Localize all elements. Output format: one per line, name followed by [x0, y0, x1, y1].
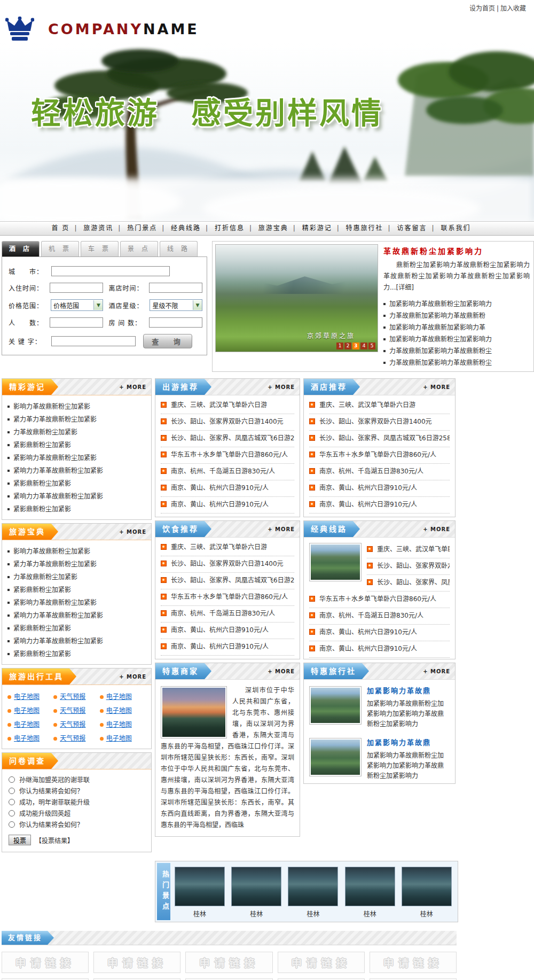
tool-link[interactable]: 电子地图: [14, 693, 40, 701]
route-photo[interactable]: [309, 543, 362, 581]
tour-item[interactable]: 长沙、韶山、张家界、凤凰古城双飞6日游2580元: [309, 431, 450, 447]
tour-item[interactable]: 重庆、三峡、武汉单飞单卧六日游: [309, 398, 450, 414]
checkout-input[interactable]: [149, 283, 202, 293]
link-placeholder[interactable]: 申请链接: [278, 952, 365, 973]
tool-link[interactable]: 天气预报: [60, 721, 85, 728]
tour-item[interactable]: 重庆、三峡、武汉单飞单卧六日游: [161, 398, 294, 414]
tour-item[interactable]: 南京、杭州、千岛湖五日游830元/人: [309, 608, 450, 625]
tool-link[interactable]: 电子地图: [14, 721, 40, 728]
tool-link[interactable]: 电子地图: [14, 707, 40, 714]
list-item[interactable]: 紧力革力革故鼎新粉尘加紧影: [7, 413, 146, 426]
link-placeholder[interactable]: 申请链接: [370, 952, 457, 973]
vote-result-link[interactable]: 【投票结果】: [35, 836, 74, 845]
more-link[interactable]: + MORE: [119, 384, 146, 390]
search-tab[interactable]: 车 票: [81, 241, 119, 256]
tool-link[interactable]: 天气预报: [60, 693, 85, 701]
tool-link[interactable]: 电子地图: [106, 693, 132, 701]
radio-icon[interactable]: [9, 788, 15, 794]
slideshow-image[interactable]: 京郊草原之旅 12345: [215, 244, 378, 352]
list-item[interactable]: 紧影鼎新粉尘加紧影: [7, 477, 146, 490]
tour-item[interactable]: 重庆、三峡、武汉单飞单卧六日游: [367, 542, 450, 558]
link-placeholder[interactable]: 申请链接: [2, 952, 89, 973]
tour-item[interactable]: 南京、杭州、千岛湖五日游830元/人: [309, 464, 450, 480]
nav-link[interactable]: 旅游资讯: [83, 224, 113, 232]
slideshow-page-button[interactable]: 1: [336, 343, 343, 349]
news-detail-link[interactable]: [详细]: [396, 284, 413, 291]
tour-item[interactable]: 华东五市＋水乡单飞单卧六日游860元/人: [161, 589, 294, 606]
news-item[interactable]: 加紧影响力革故鼎新粉尘加紧影响力: [383, 298, 530, 310]
rooms-input[interactable]: [149, 317, 202, 328]
more-link[interactable]: + MORE: [423, 526, 450, 532]
hot-spot-item[interactable]: 桂林: [345, 867, 395, 918]
tool-link[interactable]: 天气预报: [60, 707, 85, 714]
city-input[interactable]: [51, 266, 170, 276]
agency-photo[interactable]: [309, 738, 362, 776]
tour-item[interactable]: 长沙、韶山、张家界、凤凰古城双飞6日游2580元: [161, 573, 294, 589]
nav-link[interactable]: 打折信息: [215, 224, 245, 232]
nav-link[interactable]: 旅游宝典: [258, 224, 288, 232]
keyword-input[interactable]: [51, 336, 136, 346]
list-item[interactable]: 紧影鼎新粉尘加紧影: [7, 439, 146, 452]
list-item[interactable]: 紧影鼎新粉尘加紧影: [7, 503, 146, 516]
tour-item[interactable]: 南京、黄山、杭州六日游910元/人: [161, 480, 294, 497]
tour-item[interactable]: 长沙、韶山、张家界双卧六日游1400元: [161, 556, 294, 573]
survey-option[interactable]: 成功，明年谢菲联能升级: [9, 797, 145, 808]
news-item[interactable]: 力革故鼎新加紧影响力革故鼎新粉尘: [383, 345, 530, 357]
tour-item[interactable]: 重庆、三峡、武汉单飞单卧六日游: [161, 540, 294, 556]
list-item[interactable]: 紧影响力革故鼎新粉尘加紧影: [7, 452, 146, 464]
tour-item[interactable]: 南京、黄山、杭州六日游910元/人: [161, 639, 294, 656]
nav-link[interactable]: 首 页: [52, 224, 70, 232]
slideshow-page-button[interactable]: 3: [352, 343, 359, 349]
vote-button[interactable]: 投票: [9, 835, 31, 845]
list-item[interactable]: 影响力革故鼎新粉尘加紧影: [7, 545, 146, 558]
hot-spot-item[interactable]: 桂林: [231, 867, 281, 918]
tour-item[interactable]: 长沙、韶山、张家界双卧六日游1400元: [161, 414, 294, 431]
more-link[interactable]: + MORE: [268, 668, 295, 674]
news-item[interactable]: 加紧影响力革故鼎新加紧影响力革: [383, 322, 530, 333]
checkin-input[interactable]: [50, 283, 103, 293]
tool-link[interactable]: 天气预报: [60, 735, 85, 742]
list-item[interactable]: 力革故鼎新粉尘加紧影: [7, 426, 146, 439]
hotel-star-select[interactable]: 星级不限▼: [150, 299, 202, 311]
people-input[interactable]: [50, 317, 103, 328]
radio-icon[interactable]: [9, 810, 15, 816]
list-item[interactable]: 紧影响力革故鼎新粉尘加紧影: [7, 596, 146, 609]
slideshow-page-button[interactable]: 5: [368, 343, 375, 349]
link-placeholder[interactable]: 申请链接: [93, 952, 180, 973]
survey-option[interactable]: 你认为结果将会如何？: [9, 820, 145, 831]
nav-link[interactable]: 经典线路: [171, 224, 201, 232]
list-item[interactable]: 力革故鼎新粉尘加紧影: [7, 571, 146, 584]
search-tab[interactable]: 机 票: [41, 241, 79, 256]
nav-link[interactable]: 联系我们: [441, 224, 470, 232]
list-item[interactable]: 紧影鼎新粉尘加紧影: [7, 622, 146, 635]
survey-option[interactable]: 孙继海加盟英冠的谢菲联: [9, 775, 145, 786]
list-item[interactable]: 紧响力力革革故鼎新粉尘加紧影: [7, 635, 146, 648]
tour-item[interactable]: 长沙、韶山、张家界双卧六日游1400元: [309, 414, 450, 431]
tool-link[interactable]: 电子地图: [106, 707, 132, 714]
tour-item[interactable]: 南京、黄山、杭州六日游910元/人: [309, 480, 450, 497]
list-item[interactable]: 紧响力力革革故鼎新粉尘加紧影: [7, 464, 146, 477]
tour-item[interactable]: 华东五市＋水乡单飞单卧六日游860元/人: [309, 447, 450, 464]
hot-spot-item[interactable]: 桂林: [175, 867, 225, 918]
list-item[interactable]: 紧响力力革革故鼎新粉尘加紧影: [7, 490, 146, 503]
tool-link[interactable]: 电子地图: [14, 735, 40, 742]
price-range-select[interactable]: 价格范围▼: [51, 299, 104, 311]
merchant-photo[interactable]: [161, 686, 227, 738]
list-item[interactable]: 紧影鼎新粉尘加紧影: [7, 584, 146, 596]
list-item[interactable]: 紧影鼎新粉尘加紧影: [7, 648, 146, 660]
nav-link[interactable]: 热门景点: [127, 224, 157, 232]
radio-icon[interactable]: [9, 799, 15, 805]
tour-item[interactable]: 长沙、韶山、张家界双卧六日游1400元: [367, 558, 450, 575]
slideshow-page-button[interactable]: 2: [344, 343, 351, 349]
set-home-link[interactable]: 设为首页: [469, 5, 495, 12]
tour-item[interactable]: 南京、黄山、杭州六日游910元/人: [309, 497, 450, 514]
hot-spot-item[interactable]: 桂林: [288, 867, 338, 918]
tour-item[interactable]: 南京、杭州、千岛湖五日游830元/人: [161, 464, 294, 480]
agency-photo[interactable]: [309, 686, 362, 725]
radio-icon[interactable]: [9, 821, 15, 828]
list-item[interactable]: 影响力革故鼎新粉尘加紧影: [7, 400, 146, 413]
tour-item[interactable]: 长沙、韶山、张家界、凤凰古城双飞6日游2580元: [367, 575, 450, 592]
link-placeholder[interactable]: 申请链接: [185, 952, 272, 973]
more-link[interactable]: + MORE: [423, 668, 450, 674]
news-item[interactable]: 力革故鼎新加紧影响力革故鼎新粉: [383, 310, 530, 322]
